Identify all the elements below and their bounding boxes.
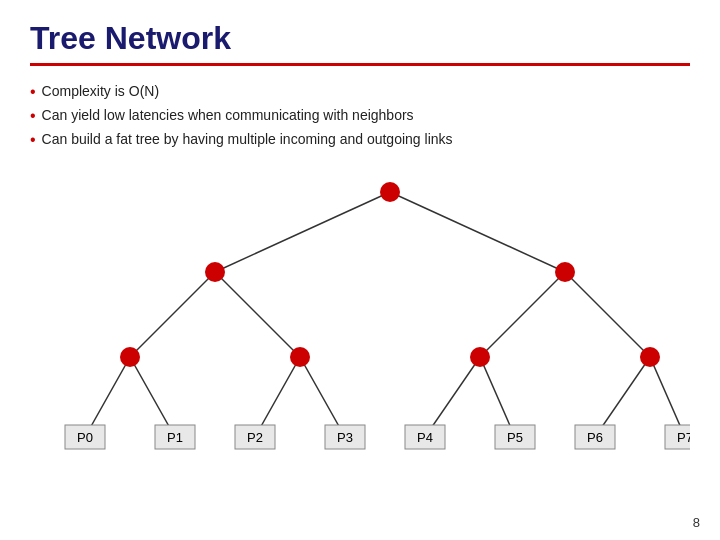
tree-node	[555, 262, 575, 282]
leaf-label: P0	[77, 430, 93, 445]
bullet-dot: •	[30, 104, 36, 128]
bullet-text: Can yield low latencies when communicati…	[42, 104, 414, 128]
tree-edge	[390, 192, 565, 272]
bullet-item: •Complexity is O(N)	[30, 80, 690, 104]
bullet-item: •Can build a fat tree by having multiple…	[30, 128, 690, 152]
tree-edge	[130, 272, 215, 357]
bullet-text: Complexity is O(N)	[42, 80, 159, 104]
leaf-label: P6	[587, 430, 603, 445]
bullet-dot: •	[30, 128, 36, 152]
bullet-list: •Complexity is O(N)•Can yield low latenc…	[30, 80, 690, 152]
tree-edge	[565, 272, 650, 357]
leaf-label: P5	[507, 430, 523, 445]
tree-node	[640, 347, 660, 367]
leaf-label: P2	[247, 430, 263, 445]
slide: Tree Network •Complexity is O(N)•Can yie…	[0, 0, 720, 540]
leaf-label: P3	[337, 430, 353, 445]
leaf-label: P4	[417, 430, 433, 445]
tree-node	[290, 347, 310, 367]
bullet-text: Can build a fat tree by having multiple …	[42, 128, 453, 152]
leaf-label: P7	[677, 430, 690, 445]
tree-edge	[215, 272, 300, 357]
tree-edge	[215, 192, 390, 272]
tree-edge	[480, 272, 565, 357]
tree-node	[120, 347, 140, 367]
tree-node	[205, 262, 225, 282]
page-title: Tree Network	[30, 20, 690, 57]
title-underline	[30, 63, 690, 66]
tree-node	[380, 182, 400, 202]
page-number: 8	[693, 515, 700, 530]
leaf-label: P1	[167, 430, 183, 445]
tree-svg: P0P1P2P3P4P5P6P7	[30, 162, 690, 472]
bullet-item: •Can yield low latencies when communicat…	[30, 104, 690, 128]
tree-diagram: P0P1P2P3P4P5P6P7	[30, 162, 690, 472]
tree-node	[470, 347, 490, 367]
bullet-dot: •	[30, 80, 36, 104]
